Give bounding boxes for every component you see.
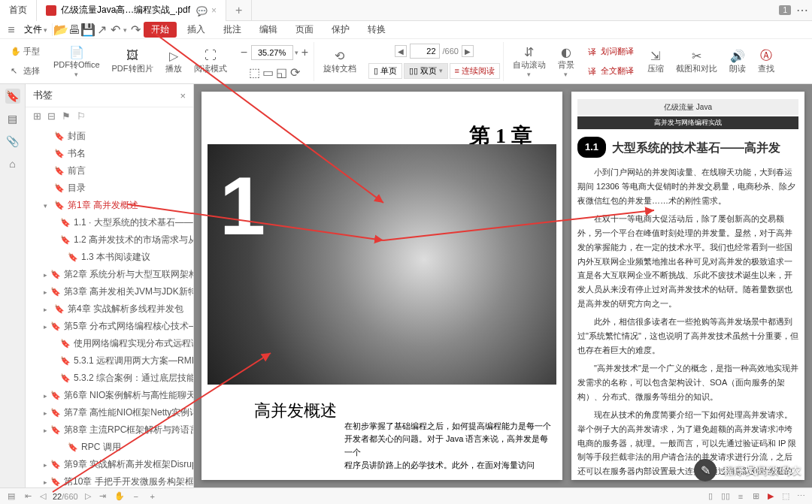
sidebar-rail: 🔖 ▤ 📎 ⌂ [0, 84, 26, 487]
outline-item[interactable]: ▾🔖第1章 高并发概述 [26, 197, 193, 214]
outline-item[interactable]: ▸🔖第3章 高并发相关JVM与JDK新特性案… [26, 283, 193, 300]
menu-convert[interactable]: 转换 [360, 22, 393, 38]
outline-item[interactable]: ▸🔖第8章 主流RPC框架解析与跨语言调用… [26, 421, 193, 439]
view-continuous[interactable]: ≡连续阅读 [450, 63, 500, 79]
page-prev[interactable]: ◀ [395, 45, 407, 57]
last-page-icon[interactable]: ⇥ [98, 491, 108, 502]
outline-item[interactable]: ▸🔖第6章 NIO案例解析与高性能聊天室实… [26, 387, 193, 404]
hamburger-icon[interactable]: ≡ [6, 25, 17, 35]
tool-select[interactable]: ↖选择 [9, 65, 41, 77]
status-record-icon[interactable]: ▶ [765, 491, 776, 502]
menu-annotate[interactable]: 批注 [216, 22, 249, 38]
status-more-icon[interactable]: ⋯ [795, 491, 806, 502]
menu-protect[interactable]: 保护 [324, 22, 357, 38]
tab-new[interactable]: + [226, 0, 252, 21]
tool-compress[interactable]: ⇲压缩 [644, 47, 667, 76]
tool-pdf-image[interactable]: 🖼PDF转图片 [109, 47, 156, 76]
prev-page-icon[interactable]: ◁ [38, 491, 48, 502]
print-icon[interactable]: 🖶 [69, 25, 80, 35]
outline-item[interactable]: 🔖前言 [26, 162, 193, 180]
tool-rotate[interactable]: ⟲旋转文档 [320, 47, 359, 76]
tool-word-translate[interactable]: 译划词翻译 [586, 45, 635, 58]
zoom-out-icon[interactable]: − [239, 47, 250, 58]
bookmark-collapse-icon[interactable]: ⊟ [47, 110, 56, 122]
tool-pdf-office[interactable]: 📄PDF转Office▾ [50, 43, 103, 80]
outline-item[interactable]: 🔖5.3.1 远程调用两大方案—RMI与RPC [26, 352, 193, 370]
menu-page[interactable]: 页面 [288, 22, 321, 38]
menu-start[interactable]: 开始 [144, 22, 177, 38]
view-double[interactable]: ▯▯双页▾ [404, 63, 448, 79]
status-zoom-out-icon[interactable]: − [131, 491, 141, 502]
redo-icon[interactable]: ↷ [130, 25, 141, 35]
outline-item[interactable]: 🔖封面 [26, 128, 193, 145]
undo-dropdown[interactable]: ▾ [123, 26, 127, 34]
zoom-dropdown[interactable]: ▾ [295, 49, 298, 56]
tool-screenshot[interactable]: ✂截图和对比 [673, 47, 720, 76]
outline-item[interactable]: 🔖书名 [26, 145, 193, 162]
menu-bar: ≡ 文件▾ 📂 🖶 💾 ↗ ↶ ▾ ↷ 开始 插入 批注 编辑 页面 保护 转换 [0, 21, 812, 39]
fit-width-icon[interactable]: ⬚ [249, 67, 259, 77]
rail-bookmark-icon[interactable]: 🔖 [5, 89, 20, 104]
menu-edit[interactable]: 编辑 [252, 22, 285, 38]
notification-badge[interactable]: 1 [779, 5, 791, 15]
save-icon[interactable]: 💾 [83, 25, 93, 35]
rail-home-icon[interactable]: ⌂ [5, 156, 20, 171]
outline-item[interactable]: ▸🔖第9章 实战解析高并发框架Disruptor [26, 456, 193, 473]
tool-read-mode[interactable]: ⛶阅读模式 [191, 47, 230, 76]
status-sidebar-icon[interactable]: ▤ [6, 491, 17, 502]
fit-page-icon[interactable]: ▭ [262, 67, 273, 77]
tab-home[interactable]: 首页 [0, 0, 37, 21]
tool-read-aloud[interactable]: 🔊朗读 [726, 47, 749, 76]
tool-find[interactable]: Ⓐ查找 [755, 47, 777, 76]
status-zoom-in-icon[interactable]: + [147, 491, 158, 502]
outline-item[interactable]: ▸🔖第7章 高性能NIO框架Netty实例详解 [26, 404, 193, 421]
status-view2-icon[interactable]: ▯▯ [720, 491, 731, 502]
zoom-input[interactable] [251, 45, 293, 60]
bookmark-add-icon[interactable]: ⊞ [33, 110, 41, 122]
tool-background[interactable]: ◐背景▾ [555, 43, 577, 80]
tab-file[interactable]: 亿级流量Java高…编程实战_.pdf 💬 × [37, 0, 226, 21]
continuous-icon: ≡ [455, 66, 459, 75]
first-page-icon[interactable]: ⇤ [23, 491, 33, 502]
view-single[interactable]: ▯单页 [368, 63, 402, 79]
open-icon[interactable]: 📂 [56, 25, 66, 35]
outline-item[interactable]: ▸🔖第5章 分布式网络编程核心技术—远程… [26, 318, 193, 335]
tool-play[interactable]: ▷播放 [162, 47, 185, 76]
menu-file[interactable]: 文件▾ [20, 23, 53, 36]
dropdown-icon[interactable]: ⋯ [797, 5, 807, 16]
tool-full-translate[interactable]: 译全文翻译 [586, 65, 635, 77]
outline-item[interactable]: ▸🔖第4章 实战解析多线程并发包 [26, 300, 193, 318]
status-fit-icon[interactable]: ⬚ [780, 491, 791, 502]
page-next[interactable]: ▶ [462, 45, 474, 57]
outline-item[interactable]: ▸🔖第2章 系统分析与大型互联网架构设… [26, 266, 193, 283]
next-page-icon[interactable]: ▷ [83, 491, 93, 502]
rail-attachment-icon[interactable]: 📎 [5, 134, 20, 149]
page-input[interactable] [410, 44, 440, 59]
outline-item[interactable]: 🔖1.1 · 大型系统的技术基石——高… [26, 214, 193, 231]
menu-insert[interactable]: 插入 [180, 22, 213, 38]
outline-item[interactable]: 🔖1.3 本书阅读建议 [26, 249, 193, 266]
outline-item[interactable]: 🔖RPC 调用 [26, 439, 193, 456]
close-tab-icon[interactable]: × [211, 5, 217, 16]
bookmark-flag-icon[interactable]: ⚑ [62, 110, 71, 122]
tool-hand[interactable]: ✋手型 [9, 45, 41, 58]
outline-item[interactable]: 🔖使用网络编程实现分布式远程调用… [26, 335, 193, 352]
close-sidebar-icon[interactable]: × [180, 90, 186, 101]
status-hand-icon[interactable]: ✋ [114, 491, 125, 502]
bookmark-flag2-icon[interactable]: ⚐ [77, 110, 86, 122]
outline-item[interactable]: ▸🔖第10章 手把手开发微服务构架框架Sp… [26, 473, 193, 487]
outline-item[interactable]: 🔖目录 [26, 180, 193, 197]
undo-icon[interactable]: ↶ [110, 25, 120, 35]
outline-item[interactable]: 🔖1.2 高并发技术的市场需求与从业… [26, 231, 193, 249]
status-view4-icon[interactable]: ⊞ [750, 491, 761, 502]
rail-outline-icon[interactable]: ▤ [5, 111, 20, 126]
zoom-in-icon[interactable]: + [300, 47, 311, 58]
outline-item[interactable]: 🔖5.3.2 综合案例：通过底层技能实现RI… [26, 370, 193, 387]
tool-autoscroll[interactable]: ⇵自动滚动▾ [510, 43, 549, 80]
viewer[interactable]: 第 1 章 1 高并发概述 在初步掌握了基础编程之后，如何提高编程能力是每一个 … [194, 84, 812, 487]
status-view1-icon[interactable]: ▯ [705, 491, 716, 502]
export-icon[interactable]: ↗ [96, 25, 107, 35]
status-view3-icon[interactable]: ≡ [735, 491, 746, 502]
actual-size-icon[interactable]: ◱ [276, 67, 286, 77]
zoom-reset-icon[interactable]: ⟳ [289, 67, 300, 77]
